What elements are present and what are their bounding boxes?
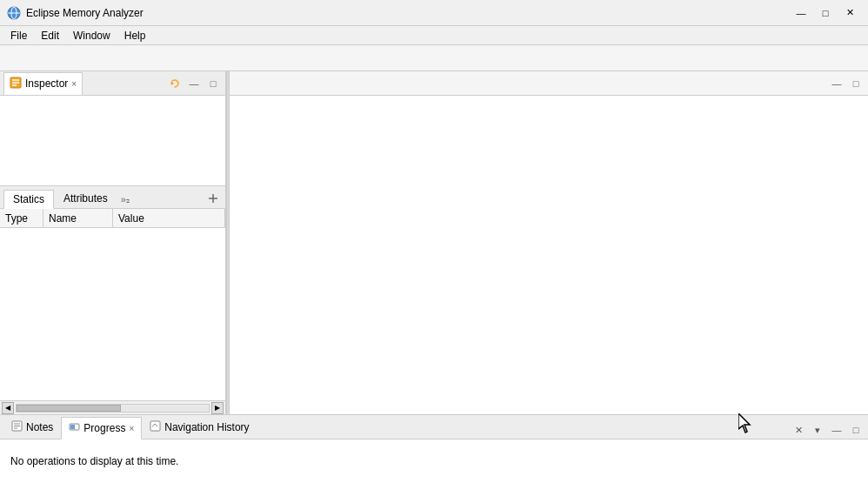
title-bar: Eclipse Memory Analyzer — □ ✕ (0, 0, 868, 26)
sub-tab-pin[interactable] (204, 191, 222, 208)
window-controls: — □ ✕ (790, 4, 861, 22)
right-panel: — □ (230, 71, 868, 414)
right-minimize-btn[interactable]: — (828, 75, 845, 92)
inspector-table: Type Name Value (0, 209, 225, 400)
left-panel: Inspector × — □ (0, 71, 226, 414)
inspector-sub-tabs: Statics Attributes »₂ (0, 186, 225, 209)
bottom-content: No operations to display at this time. (0, 439, 868, 483)
sub-tab-attributes[interactable]: Attributes (54, 189, 117, 208)
right-content (230, 96, 868, 414)
svg-rect-15 (70, 425, 75, 429)
bottom-panel: Notes Progress × (0, 414, 868, 483)
scroll-right-arrow[interactable]: ▶ (211, 402, 224, 414)
nav-history-tab-label: Navigation History (164, 421, 249, 433)
app-icon (7, 6, 21, 20)
scroll-thumb[interactable] (17, 405, 121, 412)
inspector-maximize-btn[interactable]: □ (204, 75, 222, 92)
menu-bar: File Edit Window Help (0, 26, 868, 45)
col-header-value: Value (113, 209, 225, 227)
inspector-tab-label: Inspector (25, 77, 68, 90)
menu-edit[interactable]: Edit (34, 28, 66, 44)
inspector-content (0, 96, 225, 185)
right-panel-toolbar: — □ (230, 71, 868, 96)
inspector-sync-btn[interactable] (166, 75, 184, 92)
scroll-left-arrow[interactable]: ◀ (2, 402, 14, 414)
bottom-dropdown-btn[interactable]: ▾ (809, 421, 826, 439)
inspector-minimize-btn[interactable]: — (185, 75, 203, 92)
main-area: Inspector × — □ (0, 71, 868, 483)
inspector-tab-close[interactable]: × (71, 79, 77, 89)
toolbar (0, 45, 868, 71)
sub-tab-statics[interactable]: Statics (3, 190, 54, 209)
progress-icon (69, 421, 80, 435)
inspector-bottom: Statics Attributes »₂ Type Name (0, 185, 225, 400)
notes-tab-label: Notes (26, 421, 53, 433)
menu-file[interactable]: File (3, 28, 34, 44)
progress-tab-label: Progress (83, 422, 125, 434)
right-maximize-btn[interactable]: □ (847, 75, 865, 92)
notes-icon (11, 420, 23, 434)
app-title: Eclipse Memory Analyzer (26, 7, 790, 19)
col-header-name: Name (43, 209, 113, 227)
svg-rect-16 (150, 421, 160, 431)
minimize-button[interactable]: — (790, 4, 812, 22)
inspector-tab-actions: — □ (166, 75, 222, 92)
table-header: Type Name Value (0, 209, 225, 228)
nav-history-icon (150, 420, 161, 434)
sub-tab-overflow[interactable]: »₂ (117, 191, 133, 208)
close-button[interactable]: ✕ (838, 4, 861, 22)
col-header-type: Type (0, 209, 43, 227)
inspector-tab[interactable]: Inspector × (3, 72, 83, 95)
progress-tab-close[interactable]: × (129, 424, 134, 433)
tab-nav-history[interactable]: Navigation History (142, 416, 257, 439)
bottom-tab-actions: ✕ ▾ — □ (790, 421, 865, 439)
bottom-clear-btn[interactable]: ✕ (790, 421, 807, 439)
no-operations-text: No operations to display at this time. (10, 455, 178, 467)
svg-marker-7 (171, 82, 174, 85)
tab-notes[interactable]: Notes (3, 416, 61, 439)
bottom-tab-bar: Notes Progress × (0, 415, 868, 439)
menu-help[interactable]: Help (117, 28, 153, 44)
tab-progress[interactable]: Progress × (61, 417, 142, 439)
horizontal-scrollbar[interactable]: ◀ ▶ (0, 400, 225, 414)
inspector-tab-icon (10, 77, 22, 91)
maximize-button[interactable]: □ (814, 4, 837, 22)
bottom-minimize-btn[interactable]: — (828, 421, 845, 439)
bottom-maximize-btn[interactable]: □ (847, 421, 865, 439)
inspector-tab-bar: Inspector × — □ (0, 71, 225, 96)
content-area: Inspector × — □ (0, 71, 868, 414)
scroll-track[interactable] (16, 404, 210, 413)
menu-window[interactable]: Window (66, 28, 117, 44)
